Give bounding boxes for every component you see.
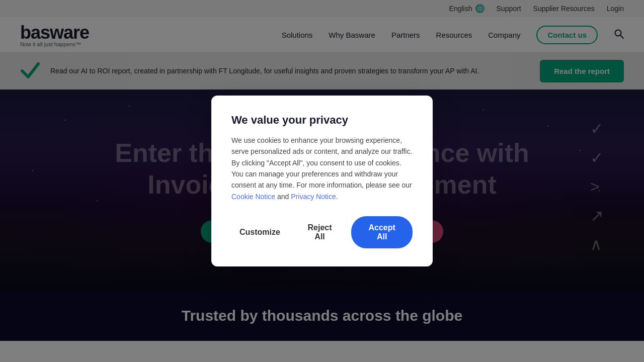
accept-all-button[interactable]: Accept All xyxy=(351,216,413,248)
reject-all-button[interactable]: Reject All xyxy=(296,217,343,247)
cookie-overlay: We value your privacy We use cookies to … xyxy=(0,0,644,362)
cookie-notice-link[interactable]: Cookie Notice xyxy=(231,193,275,201)
privacy-notice-link[interactable]: Privacy Notice xyxy=(291,193,336,201)
cookie-modal-title: We value your privacy xyxy=(231,114,413,127)
cookie-modal: We value your privacy We use cookies to … xyxy=(211,96,433,266)
cookie-buttons: Customize Reject All Accept All xyxy=(231,216,413,248)
customize-button[interactable]: Customize xyxy=(231,222,288,243)
cookie-modal-body: We use cookies to enhance your browsing … xyxy=(231,135,413,202)
